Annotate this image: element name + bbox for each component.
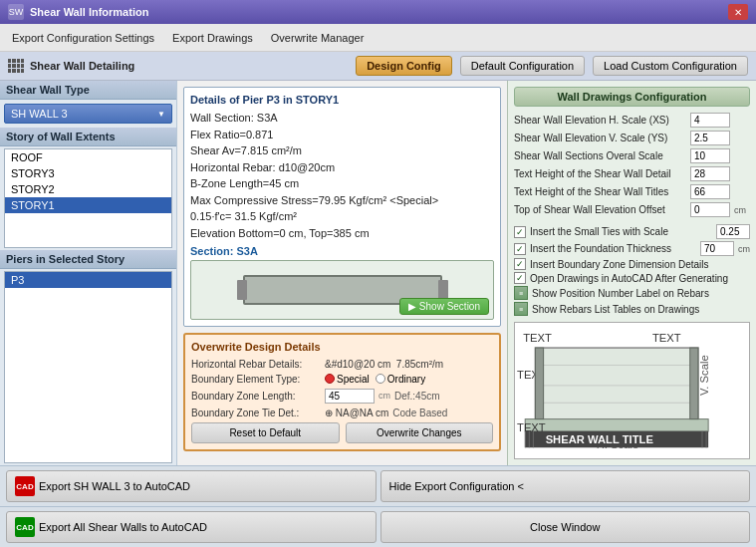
check-open-autocad: ✓ Open Drawings in AutoCAD After Generat… <box>514 272 750 284</box>
config-label-overal: Shear Wall Sections Overal Scale <box>514 150 686 161</box>
window-close-button[interactable]: ✕ <box>728 4 748 20</box>
reset-button[interactable]: Reset to Default <box>191 422 340 443</box>
body-panels: Shear Wall Type SH WALL 3 ▼ Story of Wal… <box>0 81 756 465</box>
elev-offset-unit: cm <box>734 205 750 215</box>
config-label-elev-offset: Top of Shear Wall Elevation Offset <box>514 204 686 215</box>
details-title: Details of Pier P3 in STORY1 <box>190 94 494 106</box>
grid-icon <box>8 59 24 73</box>
check-foundation-label: Insert the Foundation Thickness <box>530 243 696 254</box>
boundary-zone-def: Def.:45cm <box>394 391 440 402</box>
boundary-zone-input[interactable] <box>325 389 375 404</box>
section-ref: Section: S3A <box>190 243 494 260</box>
horiz-rebar-label: Horizontal Rebar Details: <box>191 359 321 370</box>
toggle-position-icon[interactable]: ≡ <box>514 286 528 300</box>
detail-line: 0.15·f'c= 31.5 Kgf/cm² <box>190 208 494 225</box>
action-buttons: Reset to Default Overwrite Changes <box>191 422 493 443</box>
radio-special[interactable]: Special <box>325 374 370 385</box>
toolbar: Shear Wall Detailing Design Config Defau… <box>0 52 756 81</box>
drawing-diagram: TEXT TEXT V. Scale TEXT <box>514 322 750 459</box>
hide-export-button[interactable]: Hide Export Configuration < <box>380 470 751 502</box>
toggle-position-label: Show Position Number Label on Rebars <box>532 288 750 299</box>
menu-export-drawings[interactable]: Export Drawings <box>164 28 261 48</box>
piers-list[interactable]: P3 <box>4 271 172 463</box>
check-boundary-zone: ✓ Insert Boundary Zone Dimension Details <box>514 258 750 270</box>
config-input-overal[interactable] <box>690 148 730 163</box>
boundary-tie-value: ⊕ NA@NA cm <box>325 408 388 418</box>
story-extents-header: Story of Wall Extents <box>0 128 176 146</box>
right-rebar <box>690 348 698 419</box>
bottom-buttons-2: CAD Export All Shear Walls to AutoCAD Cl… <box>0 506 756 547</box>
menu-export-config[interactable]: Export Configuration Settings <box>4 28 162 48</box>
radio-special-circle <box>325 374 335 384</box>
shear-type-dropdown[interactable]: SH WALL 3 ▼ <box>4 104 172 124</box>
check-small-ties-box[interactable]: ✓ <box>514 226 526 238</box>
details-text: Wall Section: S3A Flex Ratio=0.871 Shear… <box>190 110 494 260</box>
shear-type-header: Shear Wall Type <box>0 81 176 100</box>
detail-line: Shear Av=7.815 cm²/m <box>190 142 494 159</box>
small-ties-value[interactable] <box>716 224 750 239</box>
list-item[interactable]: STORY3 <box>5 165 171 181</box>
list-item-selected[interactable]: STORY1 <box>5 197 171 213</box>
radio-ordinary[interactable]: Ordinary <box>376 374 425 385</box>
left-rebar <box>535 348 543 419</box>
toggle-rebars-icon[interactable]: ≡ <box>514 302 528 316</box>
default-config-button[interactable]: Default Configuration <box>460 56 585 76</box>
menu-overwrite-manager[interactable]: Overwrite Manager <box>263 28 373 48</box>
pier-item-selected[interactable]: P3 <box>5 272 171 288</box>
check-foundation: ✓ Insert the Foundation Thickness cm <box>514 241 750 256</box>
toggle-rebars-label: Show Rebars List Tables on Drawings <box>532 304 750 315</box>
main-content: Shear Wall Detailing Design Config Defau… <box>0 52 756 547</box>
list-item[interactable]: STORY2 <box>5 181 171 197</box>
radio-ordinary-label: Ordinary <box>387 374 425 385</box>
export-shwall-button[interactable]: CAD Export SH WALL 3 to AutoCAD <box>6 470 377 502</box>
toggle-position-number: ≡ Show Position Number Label on Rebars <box>514 286 750 300</box>
config-input-ys[interactable] <box>690 131 730 145</box>
boundary-type-radio-group: Special Ordinary <box>325 374 425 385</box>
config-input-elev-offset[interactable] <box>690 202 730 217</box>
app-icon: SW <box>8 4 24 20</box>
overwrite-button[interactable]: Overwrite Changes <box>346 422 494 443</box>
title-bar: SW Shear Wall Information ✕ <box>0 0 756 24</box>
config-input-th-titles[interactable] <box>690 184 730 199</box>
wall-base <box>525 419 708 431</box>
story-list[interactable]: ROOF STORY3 STORY2 STORY1 <box>4 148 172 248</box>
menu-bar: Export Configuration Settings Export Dra… <box>0 24 756 52</box>
radio-ordinary-circle <box>376 374 385 384</box>
export-shwall-label: Export SH WALL 3 to AutoCAD <box>39 480 190 492</box>
export-all-button[interactable]: CAD Export All Shear Walls to AutoCAD <box>6 511 377 543</box>
right-panel: Wall Drawings Configuration Shear Wall E… <box>507 81 756 465</box>
radio-special-label: Special <box>337 374 370 385</box>
foundation-value[interactable] <box>700 241 734 256</box>
list-item[interactable]: ROOF <box>5 149 171 165</box>
check-foundation-box[interactable]: ✓ <box>514 243 526 255</box>
foundation-unit: cm <box>738 244 750 254</box>
right-panel-title: Wall Drawings Configuration <box>514 87 750 107</box>
config-row-th-detail: Text Height of the Shear Wall Detail <box>514 166 750 181</box>
check-open-autocad-box[interactable]: ✓ <box>514 272 526 284</box>
export-all-label: Export All Shear Walls to AutoCAD <box>39 521 207 533</box>
boundary-tie-label: Boundary Zone Tie Det.: <box>191 408 321 418</box>
wall-diagram: ▶ Show Section <box>190 260 494 320</box>
boundary-type-row: Boundary Element Type: Special Ordinary <box>191 374 493 385</box>
boundary-tie-row: Boundary Zone Tie Det.: ⊕ NA@NA cm Code … <box>191 408 493 418</box>
shear-wall-title-text: SHEAR WALL TITLE <box>546 433 654 445</box>
config-input-th-detail[interactable] <box>690 166 730 181</box>
show-section-button[interactable]: ▶ Show Section <box>399 298 489 315</box>
config-row-th-titles: Text Height of the Shear Wall Titles <box>514 184 750 199</box>
load-config-button[interactable]: Load Custom Configuration <box>593 56 748 76</box>
boundary-zone-unit: cm <box>378 391 390 401</box>
detail-line: Horizontal Rebar: d10@20cm <box>190 159 494 176</box>
left-panel: Shear Wall Type SH WALL 3 ▼ Story of Wal… <box>0 81 177 465</box>
config-input-xs[interactable] <box>690 113 730 128</box>
detail-line: Elevation Bottom=0 cm, Top=385 cm <box>190 225 494 242</box>
design-config-button[interactable]: Design Config <box>356 56 452 76</box>
wall-outline <box>535 348 697 429</box>
shear-wall-diagram-svg: TEXT TEXT V. Scale TEXT <box>515 323 749 458</box>
toggle-rebars-list: ≡ Show Rebars List Tables on Drawings <box>514 302 750 316</box>
close-window-button[interactable]: Close Window <box>380 511 751 543</box>
config-label-th-detail: Text Height of the Shear Wall Detail <box>514 168 686 179</box>
hide-export-label: Hide Export Configuration < <box>389 480 524 492</box>
detail-line: B-Zone Length=45 cm <box>190 175 494 192</box>
check-boundary-zone-box[interactable]: ✓ <box>514 258 526 270</box>
check-boundary-zone-label: Insert Boundary Zone Dimension Details <box>530 259 750 270</box>
